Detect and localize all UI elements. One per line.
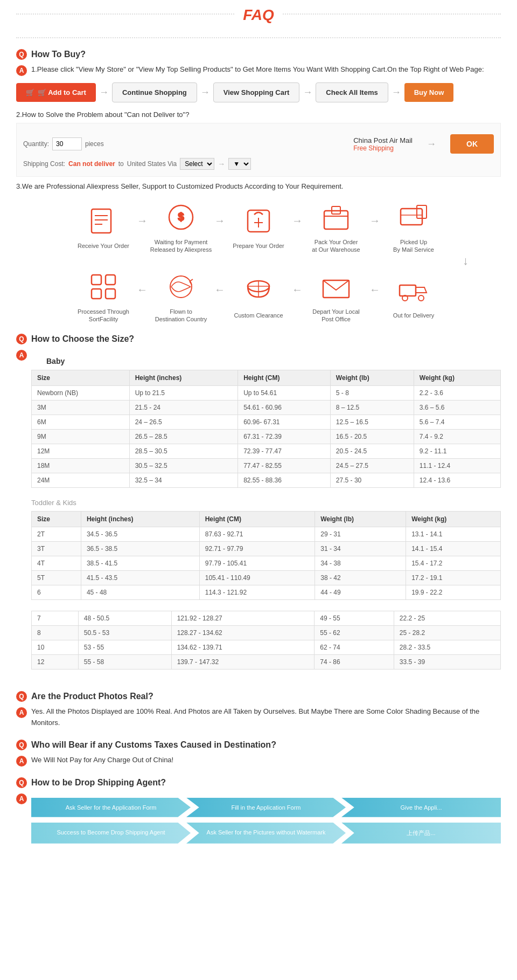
faq-title: FAQ	[235, 6, 282, 24]
flow-arrow-6: ←	[292, 284, 303, 307]
baby-row: Newborn (NB)Up to 21.5Up to 54.615 - 82.…	[32, 386, 501, 401]
svg-point-21	[170, 276, 192, 298]
flow-item-sort: Processed ThroughSortFacility	[71, 268, 136, 323]
flow-item-pickup: Picked UpBy Mail Service	[381, 198, 446, 254]
post-icon	[317, 268, 355, 306]
delivery-label: Out for Delivery	[393, 312, 434, 319]
shipping-dropdown-2[interactable]: ▼	[228, 158, 251, 170]
arrow-1: →	[99, 87, 109, 98]
prepare-label: Prepare Your Order	[233, 242, 284, 250]
a1-icon: A	[16, 65, 27, 76]
q-customs-text: Who will Bear if any Customs Taxes Cause…	[31, 740, 276, 750]
svg-rect-11	[401, 209, 422, 225]
buy-steps: 🛒 🛒 Add to Cart → Continue Shopping → Vi…	[16, 82, 501, 102]
shipping-dropdown[interactable]: Select	[180, 158, 214, 170]
toddler-row: 645 - 48114.3 - 121.9244 - 4919.9 - 22.2	[32, 585, 501, 600]
payment-label: Waiting for PaymentReleased by Aliexpres…	[150, 238, 212, 254]
buy-now-button[interactable]: Buy Now	[404, 83, 454, 102]
flight-icon	[162, 268, 200, 306]
baby-table-header: Size Height (inches) Height (CM) Weight …	[32, 370, 501, 386]
col-weight-kg: Weight (kg)	[414, 370, 500, 386]
shipping-info-right: China Post Air Mail Free Shipping → OK	[353, 134, 494, 154]
step3-text: 3.We are Professional Aliexpress Seller,…	[16, 182, 501, 190]
flow-arrow-8: ←	[137, 284, 148, 307]
a-customs-text: We Will Not Pay for Any Charge Out of Ch…	[31, 755, 173, 766]
quantity-group: Quantity: pieces	[23, 137, 104, 150]
add-to-cart-button[interactable]: 🛒 🛒 Add to Cart	[16, 83, 96, 102]
q-dropship-section: Q How to be Drop Shipping Agent?	[16, 777, 501, 788]
dropship-row-1: Ask Seller for the Application Form Fill…	[31, 798, 501, 817]
flow-item-post: Depart Your LocalPost Office	[304, 268, 368, 323]
q-size-icon: Q	[16, 334, 27, 344]
flow-arrow-5: ←	[369, 284, 380, 307]
q1-text: How To Buy?	[31, 50, 86, 59]
free-shipping: Free Shipping	[353, 144, 413, 152]
pieces-label: pieces	[85, 140, 104, 148]
svg-point-16	[418, 295, 424, 301]
q1-icon: Q	[16, 49, 27, 60]
toddler-table-header: Size Height (inches) Height (CM) Weight …	[32, 512, 501, 527]
q-customs-section: Q Who will Bear if any Customs Taxes Cau…	[16, 740, 501, 750]
pack-label: Pack Your Orderat Our Warehouse	[312, 238, 360, 254]
a-size-section: A Baby Size Height (inches) Height (CM) …	[16, 349, 501, 680]
col-height-cm: Height (CM)	[238, 370, 331, 386]
check-items-button[interactable]: Check All Items	[316, 82, 388, 102]
svg-text:$: $	[178, 211, 184, 223]
flow-arrow-4: →	[369, 215, 380, 238]
flow-row-2: Out for Delivery ← Depart Your LocalPost…	[16, 268, 501, 323]
col-height-in: Height (inches)	[129, 370, 238, 386]
flow-arrow-2: →	[214, 215, 225, 238]
shipping-panel: Quantity: pieces China Post Air Mail Fre…	[16, 123, 501, 177]
flow-item-flight: Flown toDestination Country	[149, 268, 213, 323]
baby-title: Baby	[46, 357, 501, 365]
flow-item-customs: Custom Clearance	[226, 272, 291, 319]
flow-arrow-3: →	[292, 215, 303, 238]
q-size-section: Q How to Choose the Size?	[16, 334, 501, 344]
quantity-input[interactable]	[52, 137, 82, 150]
q-dropship-icon: Q	[16, 777, 27, 788]
toddler-row: 5T41.5 - 43.5105.41 - 110.4938 - 4217.2 …	[32, 571, 501, 585]
down-arrow: ↓	[463, 254, 469, 268]
continue-shopping-button[interactable]: Continue Shopping	[112, 82, 197, 102]
add-to-cart-label: 🛒 Add to Cart	[38, 88, 86, 96]
page-wrapper: FAQ Q How To Buy? A 1.Please click "View…	[0, 0, 517, 864]
customs-label: Custom Clearance	[234, 312, 283, 319]
col-t-weight-lb: Weight (lb)	[315, 512, 406, 527]
pickup-label: Picked UpBy Mail Service	[393, 238, 434, 254]
faq-header: FAQ	[16, 13, 501, 38]
post-label: Depart Your LocalPost Office	[312, 308, 359, 323]
svg-rect-14	[400, 285, 416, 296]
shipping-cost-row: Shipping Cost: Can not deliver to United…	[23, 158, 494, 170]
q2-sub: 2.How to Solve the Problem about "Can no…	[16, 111, 501, 119]
ok-button[interactable]: OK	[450, 134, 494, 154]
flow-item-payment: $ Waiting for PaymentReleased by Aliexpr…	[149, 198, 213, 254]
baby-size-table: Size Height (inches) Height (CM) Weight …	[31, 370, 501, 488]
col-size: Size	[32, 370, 130, 386]
customs-icon	[240, 272, 277, 309]
view-cart-button[interactable]: View Shopping Cart	[213, 82, 300, 102]
kids-size-table: 748 - 50.5121.92 - 128.2749 - 5522.2 - 2…	[31, 611, 501, 670]
col-t-height-in: Height (inches)	[81, 512, 199, 527]
sort-label: Processed ThroughSortFacility	[78, 308, 129, 323]
q-photos-text: Are the Product Photos Real?	[31, 692, 153, 701]
baby-row: 24M32.5 – 3482.55 - 88.3627.5 - 3012.4 -…	[32, 473, 501, 488]
flow-item-pack: Pack Your Orderat Our Warehouse	[304, 198, 368, 254]
flow-arrow-1: →	[137, 215, 148, 238]
buy-now-label: Buy Now	[414, 88, 444, 96]
shipping-name: China Post Air Mail	[353, 136, 413, 144]
a-dropship-icon: A	[16, 793, 27, 804]
q-photos-icon: Q	[16, 691, 27, 702]
process-flow: Receive Your Order → $ Waiting for Payme…	[16, 198, 501, 323]
svg-rect-25	[106, 289, 115, 299]
dropship-step-1: Ask Seller for the Application Form	[31, 798, 191, 817]
baby-row: 6M24 – 26.560.96- 67.3112.5 – 16.55.6 – …	[32, 415, 501, 430]
down-arrow-container: ↓	[16, 254, 501, 268]
baby-row: 9M26.5 – 28.567.31 - 72.3916.5 - 20.57.4…	[32, 430, 501, 444]
toddler-row: 3T36.5 - 38.592.71 - 97.7931 - 3414.1 - …	[32, 542, 501, 556]
shipping-row-1: Quantity: pieces China Post Air Mail Fre…	[23, 134, 494, 154]
col-t-weight-kg: Weight (kg)	[406, 512, 501, 527]
toddler-title: Toddler & Kids	[31, 499, 501, 507]
kids-row: 748 - 50.5121.92 - 128.2749 - 5522.2 - 2…	[32, 611, 501, 626]
country-text: United States Via	[127, 160, 177, 168]
svg-rect-0	[92, 209, 111, 233]
